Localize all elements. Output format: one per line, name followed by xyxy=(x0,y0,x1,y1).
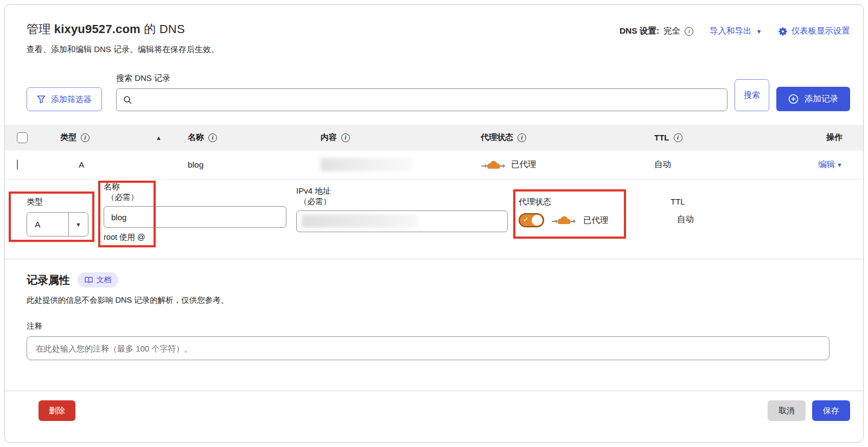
plus-circle-icon xyxy=(788,94,799,104)
cloud-proxied-icon xyxy=(481,159,506,171)
record-type-cell: A xyxy=(53,160,188,170)
type-select-value: A xyxy=(27,213,68,236)
info-icon[interactable]: i xyxy=(341,133,350,142)
page-header: 管理 kixyu9527.com 的 DNS 查看、添加和编辑 DNS 记录。编… xyxy=(5,5,863,55)
page-title: 管理 kixyu9527.com 的 DNS xyxy=(27,21,219,37)
add-filter-label: 添加筛选器 xyxy=(51,94,92,105)
record-ttl-cell: 自动 xyxy=(654,159,792,170)
edit-label: 编辑 xyxy=(818,159,835,170)
sort-ascending-icon[interactable]: ▲ xyxy=(156,135,162,141)
proxy-field-label: 代理状态 xyxy=(519,197,609,207)
import-export-label: 导入和导出 xyxy=(710,25,752,37)
name-header-label: 名称 xyxy=(188,132,204,143)
cloud-proxied-icon xyxy=(551,214,576,226)
proxy-status-header-label: 代理状态 xyxy=(481,132,513,143)
table-header-row: 类型 i ▲ 名称 i 内容 i 代理状态 i TTL i 操作 xyxy=(5,125,863,150)
comment-input[interactable] xyxy=(27,336,829,360)
column-header-proxy-status[interactable]: 代理状态 i xyxy=(481,132,654,143)
documentation-badge[interactable]: 文档 xyxy=(78,272,118,288)
name-field-label: 名称 xyxy=(104,182,286,192)
record-attributes-heading: 记录属性 xyxy=(27,273,70,288)
record-attributes-description: 此处提供的信息不会影响 DNS 记录的解析，仅供您参考。 xyxy=(27,295,829,305)
save-button[interactable]: 保存 xyxy=(812,400,850,421)
section-divider xyxy=(5,259,863,259)
search-input[interactable] xyxy=(137,95,720,105)
ipv4-input[interactable] xyxy=(296,210,508,232)
column-header-content[interactable]: 内容 i xyxy=(321,132,481,143)
row-checkbox[interactable] xyxy=(17,159,18,170)
dashboard-display-settings-link[interactable]: 仪表板显示设置 xyxy=(778,25,851,37)
page-subtitle: 查看、添加和编辑 DNS 记录。编辑将在保存后生效。 xyxy=(27,44,219,55)
name-required-label: （必需） xyxy=(107,192,286,202)
dns-management-panel: 管理 kixyu9527.com 的 DNS 查看、添加和编辑 DNS 记录。编… xyxy=(4,4,864,443)
book-icon xyxy=(85,277,93,283)
redacted-content xyxy=(321,158,413,171)
info-icon[interactable]: i xyxy=(674,133,682,142)
name-input[interactable] xyxy=(104,206,286,228)
column-header-ttl[interactable]: TTL i xyxy=(654,133,792,142)
dashboard-display-settings-label: 仪表板显示设置 xyxy=(792,25,851,37)
comment-field-label: 注释 xyxy=(27,321,829,331)
search-field-label: 搜索 DNS 记录 xyxy=(116,73,727,84)
page-title-block: 管理 kixyu9527.com 的 DNS 查看、添加和编辑 DNS 记录。编… xyxy=(27,21,219,55)
edit-record-form: 类型 A ▼ 名称 （必需） root 使用 @ IPv4 地址 （必需） 代理… xyxy=(5,180,863,259)
type-field-group: 类型 A ▼ xyxy=(27,197,88,237)
select-all-cell xyxy=(5,132,53,143)
ipv4-field-label: IPv4 地址 xyxy=(296,186,508,196)
domain-name: kixyu9527.com xyxy=(54,22,141,36)
import-export-menu[interactable]: 导入和导出 ▼ xyxy=(710,25,762,37)
cancel-button[interactable]: 取消 xyxy=(768,400,806,421)
delete-button[interactable]: 删除 xyxy=(39,400,75,421)
search-button[interactable]: 搜索 xyxy=(735,79,769,111)
record-attributes-section: 记录属性 文档 此处提供的信息不会影响 DNS 记录的解析，仅供您参考。 注释 xyxy=(5,272,863,360)
type-select[interactable]: A ▼ xyxy=(27,212,88,237)
check-icon: ✓ xyxy=(523,215,529,224)
search-icon xyxy=(123,95,132,105)
caret-down-icon: ▼ xyxy=(756,28,762,35)
proxy-status-value: 已代理 xyxy=(511,159,537,170)
save-button-label: 保存 xyxy=(823,406,839,416)
ipv4-field-group: IPv4 地址 （必需） xyxy=(296,186,508,232)
add-record-label: 添加记录 xyxy=(805,93,838,105)
edit-record-button[interactable]: 编辑 ▼ xyxy=(792,159,863,170)
actions-header-label: 操作 xyxy=(826,132,843,143)
info-icon[interactable]: i xyxy=(208,133,217,142)
proxy-value-label: 已代理 xyxy=(583,215,609,226)
proxy-toggle[interactable]: ✓ xyxy=(519,213,544,227)
select-all-checkbox[interactable] xyxy=(17,132,28,143)
info-icon[interactable]: i xyxy=(518,133,526,142)
gear-icon xyxy=(778,27,787,36)
ttl-header-label: TTL xyxy=(654,133,669,142)
type-field-label: 类型 xyxy=(27,197,88,207)
info-icon[interactable]: i xyxy=(685,27,693,36)
title-prefix: 管理 xyxy=(27,22,50,36)
cancel-button-label: 取消 xyxy=(778,406,795,416)
search-field-group: 搜索 DNS 记录 xyxy=(116,73,727,111)
delete-button-label: 删除 xyxy=(49,406,65,416)
record-content-cell xyxy=(321,158,481,171)
search-box xyxy=(116,88,727,111)
dns-settings-label: DNS 设置: xyxy=(620,25,659,37)
add-record-button[interactable]: 添加记录 xyxy=(776,87,850,111)
row-checkbox-cell xyxy=(5,160,53,170)
ttl-value: 自动 xyxy=(671,214,694,225)
dns-toolbar: 添加筛选器 搜索 DNS 记录 搜索 添加记录 xyxy=(5,73,863,111)
title-suffix: 的 DNS xyxy=(144,22,185,36)
documentation-badge-label: 文档 xyxy=(97,275,111,285)
column-header-name[interactable]: 名称 i xyxy=(188,132,321,143)
column-header-type[interactable]: 类型 i ▲ xyxy=(53,132,188,143)
dns-settings-status: DNS 设置: 完全 i xyxy=(620,25,693,37)
content-header-label: 内容 xyxy=(321,132,337,143)
search-button-label: 搜索 xyxy=(744,90,760,100)
info-icon[interactable]: i xyxy=(81,133,90,142)
record-proxy-cell: 已代理 xyxy=(481,159,654,171)
column-header-actions: 操作 xyxy=(792,132,863,143)
name-help-text: root 使用 @ xyxy=(104,232,286,242)
caret-down-icon: ▼ xyxy=(837,162,843,168)
filter-icon xyxy=(37,95,46,104)
add-filter-button[interactable]: 添加筛选器 xyxy=(27,87,102,111)
record-name-cell: blog xyxy=(188,160,321,170)
header-actions: DNS 设置: 完全 i 导入和导出 ▼ xyxy=(620,25,850,37)
ttl-field-group: TTL 自动 xyxy=(671,197,694,225)
toggle-knob xyxy=(532,215,542,226)
